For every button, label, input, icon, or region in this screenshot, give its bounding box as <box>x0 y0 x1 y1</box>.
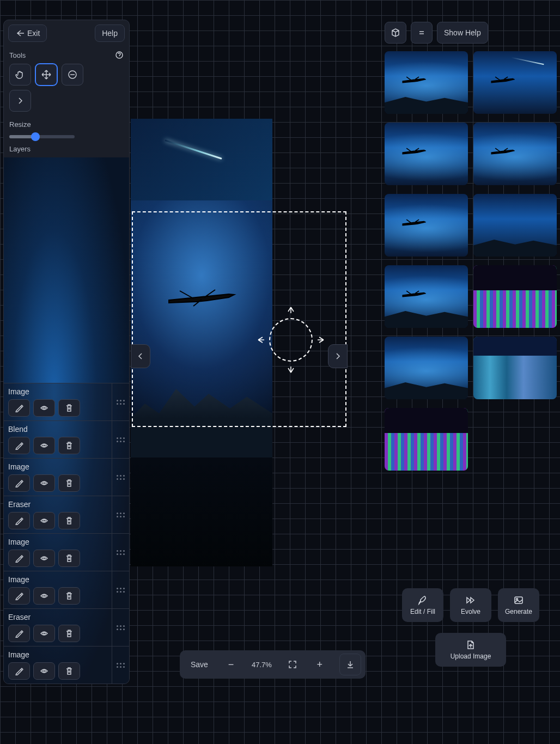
gallery-thumbnail[interactable] <box>385 265 468 328</box>
layer-visibility-button[interactable] <box>33 399 55 417</box>
zoom-out-tool[interactable] <box>62 64 83 86</box>
layer-item[interactable]: Eraser <box>4 608 129 646</box>
help-button[interactable]: Help <box>95 25 125 42</box>
resize-label: Resize <box>9 120 31 129</box>
exit-button[interactable]: Exit <box>8 25 47 42</box>
layer-visibility-button[interactable] <box>33 662 55 680</box>
layer-drag-handle[interactable] <box>112 534 129 571</box>
layer-delete-button[interactable] <box>58 550 80 567</box>
evolve-button[interactable]: Evolve <box>450 588 491 622</box>
canvas-next-button[interactable] <box>328 344 348 368</box>
eye-icon <box>40 516 48 525</box>
menu-icon <box>417 28 427 38</box>
fast-forward-icon <box>465 595 476 606</box>
cube-icon <box>391 28 400 38</box>
layer-item[interactable]: Image <box>4 533 129 571</box>
selection-box[interactable] <box>132 211 346 427</box>
hand-tool[interactable] <box>9 64 31 86</box>
gallery-thumbnail[interactable] <box>473 194 557 257</box>
layer-visibility-button[interactable] <box>33 512 55 529</box>
layer-drag-handle[interactable] <box>112 459 129 496</box>
layer-item[interactable]: Image <box>4 383 129 420</box>
layer-visibility-button[interactable] <box>33 474 55 492</box>
gallery-thumbnail[interactable] <box>385 51 468 114</box>
image-icon <box>513 595 524 606</box>
cube-button[interactable] <box>385 22 406 44</box>
gallery-thumbnail[interactable] <box>473 51 557 114</box>
layer-item[interactable]: Eraser <box>4 496 129 533</box>
comet-graphic <box>165 139 222 160</box>
move-handle[interactable] <box>269 318 313 362</box>
layer-visibility-button[interactable] <box>33 587 55 605</box>
layer-item[interactable]: Image <box>4 571 129 608</box>
layer-delete-button[interactable] <box>58 474 80 492</box>
layer-visibility-button[interactable] <box>33 625 55 642</box>
resize-slider[interactable] <box>9 135 75 138</box>
canvas-viewport[interactable] <box>131 20 348 684</box>
slider-thumb[interactable] <box>31 132 40 141</box>
help-circle-icon[interactable] <box>115 51 124 59</box>
layer-delete-button[interactable] <box>58 437 80 454</box>
zoom-in-button[interactable]: + <box>309 654 331 675</box>
layer-name: Blend <box>8 425 107 434</box>
gallery-thumbnail[interactable] <box>473 337 557 399</box>
chevron-right-icon <box>16 97 24 105</box>
save-button[interactable]: Save <box>184 656 215 673</box>
layer-delete-button[interactable] <box>58 587 80 605</box>
layer-delete-button[interactable] <box>58 662 80 680</box>
layer-edit-button[interactable] <box>8 625 30 642</box>
layer-delete-button[interactable] <box>58 625 80 642</box>
layer-visibility-button[interactable] <box>33 550 55 567</box>
download-icon <box>346 660 355 669</box>
menu-button[interactable] <box>411 22 433 44</box>
move-tool[interactable] <box>35 64 57 86</box>
tools-label: Tools <box>9 51 26 59</box>
layer-delete-button[interactable] <box>58 512 80 529</box>
layer-item[interactable]: Image <box>4 458 129 496</box>
expand-tools-button[interactable] <box>9 90 31 112</box>
fit-button[interactable] <box>282 654 303 675</box>
bottom-toolbar: Save − 47.7% + <box>180 650 366 679</box>
pencil-icon <box>15 591 23 600</box>
layer-item[interactable]: Blend <box>4 420 129 458</box>
svg-point-3 <box>43 444 45 447</box>
layer-item[interactable]: Image <box>4 646 129 684</box>
gallery-thumbnail[interactable] <box>385 123 468 185</box>
svg-point-9 <box>43 670 45 672</box>
edit-fill-button[interactable]: Edit / Fill <box>402 588 443 622</box>
generate-button[interactable]: Generate <box>498 588 539 622</box>
gallery-thumbnail[interactable] <box>385 408 468 471</box>
layer-drag-handle[interactable] <box>112 647 129 684</box>
layer-drag-handle[interactable] <box>112 421 129 458</box>
layer-edit-button[interactable] <box>8 437 30 454</box>
layer-drag-handle[interactable] <box>112 496 129 533</box>
layer-name: Image <box>8 650 107 659</box>
layer-visibility-button[interactable] <box>33 437 55 454</box>
show-help-button[interactable]: Show Help <box>437 22 488 44</box>
download-button[interactable] <box>339 654 361 675</box>
evolve-label: Evolve <box>461 608 480 615</box>
pencil-icon <box>15 441 23 450</box>
layer-edit-button[interactable] <box>8 512 30 529</box>
upload-image-button[interactable]: Upload Image <box>435 633 506 667</box>
upload-label: Upload Image <box>451 652 491 660</box>
zoom-out-button[interactable]: − <box>220 654 242 675</box>
gallery-thumbnail[interactable] <box>385 337 468 399</box>
layer-edit-button[interactable] <box>8 662 30 680</box>
gallery-thumbnail[interactable] <box>473 123 557 185</box>
layer-drag-handle[interactable] <box>112 571 129 608</box>
layer-edit-button[interactable] <box>8 399 30 417</box>
layer-name: Image <box>8 575 107 584</box>
layer-list: Image Blend Image <box>4 383 129 684</box>
layer-edit-button[interactable] <box>8 550 30 567</box>
layer-edit-button[interactable] <box>8 474 30 492</box>
trash-icon <box>65 667 74 675</box>
layer-drag-handle[interactable] <box>112 383 129 420</box>
gallery-thumbnail[interactable] <box>385 194 468 257</box>
layer-drag-handle[interactable] <box>112 609 129 646</box>
gallery-thumbnail[interactable] <box>473 265 557 328</box>
minus-icon: − <box>228 660 234 669</box>
layer-delete-button[interactable] <box>58 399 80 417</box>
layer-edit-button[interactable] <box>8 587 30 605</box>
canvas-prev-button[interactable] <box>131 344 150 368</box>
